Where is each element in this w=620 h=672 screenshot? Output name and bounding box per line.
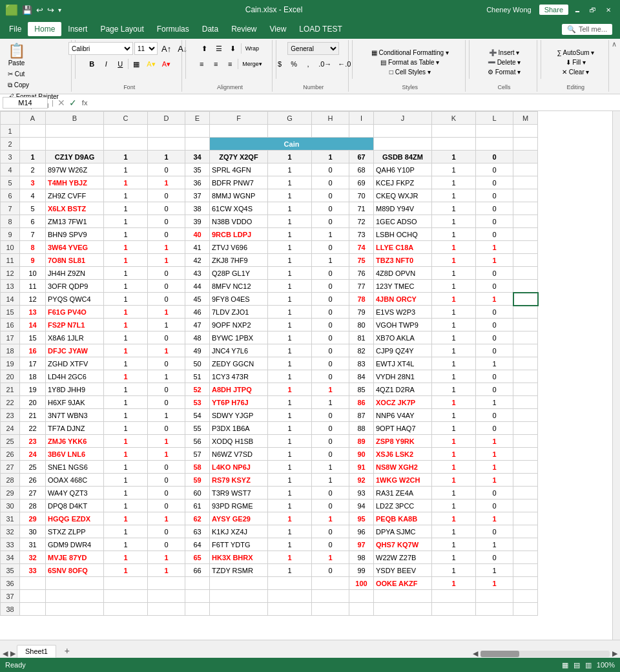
cell-10-E[interactable]: 41 — [185, 241, 210, 254]
cell-5-D[interactable]: 1 — [148, 176, 185, 189]
cell-4-C[interactable]: 1 — [104, 163, 148, 176]
cell-20-C[interactable]: 1 — [104, 370, 148, 383]
cell-15-G[interactable]: 1 — [268, 306, 312, 319]
cell-14-K[interactable]: 1 — [432, 293, 476, 306]
cell-22-B[interactable]: H6XF 9JAK — [46, 396, 104, 409]
cell-37-I[interactable] — [349, 590, 374, 603]
cell-35-M[interactable] — [513, 564, 538, 577]
cell-26-M[interactable] — [513, 448, 538, 461]
cell-25-K[interactable]: 1 — [432, 435, 476, 448]
cell-35-A[interactable]: 33 — [20, 564, 46, 577]
cell-36-M[interactable] — [513, 577, 538, 590]
cell-5-A[interactable]: 3 — [20, 176, 46, 189]
row-num-6[interactable]: 6 — [1, 189, 20, 202]
cell-4-D[interactable]: 0 — [148, 163, 185, 176]
add-sheet-btn[interactable]: + — [60, 644, 74, 658]
align-center-btn[interactable]: ≡ — [209, 58, 222, 70]
cell-25-C[interactable]: 1 — [104, 435, 148, 448]
cell-19-I[interactable]: 83 — [349, 357, 374, 370]
cell-6-F[interactable]: 8MMJ WGNP — [210, 189, 268, 202]
cell-8-F[interactable]: N38B VDDO — [210, 215, 268, 228]
cell-13-A[interactable]: 11 — [20, 280, 46, 293]
cell-20-K[interactable]: 1 — [432, 370, 476, 383]
cell-12-C[interactable]: 1 — [104, 267, 148, 280]
cell-9-D[interactable]: 0 — [148, 228, 185, 241]
cell-6-B[interactable]: ZH9Z CVFF — [46, 189, 104, 202]
cell-5-F[interactable]: BDFR PNW7 — [210, 176, 268, 189]
col-k[interactable]: K — [432, 112, 476, 125]
cell-1-11[interactable] — [476, 125, 513, 138]
percent-btn[interactable]: % — [287, 58, 300, 70]
cell-24-B[interactable]: TF7A DJNZ — [46, 422, 104, 435]
align-bottom-btn[interactable]: ⬇ — [227, 42, 240, 55]
cell-11-H[interactable]: 1 — [312, 254, 349, 267]
cell-32-J[interactable]: DPYA SJMC — [374, 525, 432, 538]
cell-4-E[interactable]: 35 — [185, 163, 210, 176]
cell-11-L[interactable]: 1 — [476, 254, 513, 267]
cell-23-E[interactable]: 54 — [185, 409, 210, 422]
cell-26-E[interactable]: 57 — [185, 448, 210, 461]
cell-4-K[interactable]: 1 — [432, 163, 476, 176]
cell-31-E[interactable]: 62 — [185, 512, 210, 525]
cell-38-C[interactable] — [104, 603, 148, 616]
cell-16-J[interactable]: VGOH TWP9 — [374, 319, 432, 331]
cell-33-C[interactable]: 1 — [104, 538, 148, 551]
cell-5-B[interactable]: T4MH YBJZ — [46, 176, 104, 189]
cell-19-C[interactable]: 1 — [104, 357, 148, 370]
cell-27-E[interactable]: 58 — [185, 461, 210, 474]
border-btn[interactable]: ▦ — [130, 58, 143, 70]
cell-7-L[interactable]: 0 — [476, 202, 513, 215]
col-h[interactable]: H — [312, 112, 349, 125]
col-j[interactable]: J — [374, 112, 432, 125]
cell-14-M[interactable] — [513, 293, 538, 306]
formula-input[interactable] — [90, 98, 617, 108]
cell-35-B[interactable]: 6SNV 8OFQ — [46, 564, 104, 577]
row-num-38[interactable]: 38 — [1, 603, 20, 616]
row-num-12[interactable]: 12 — [1, 267, 20, 280]
cell-25-B[interactable]: ZMJ6 YKK6 — [46, 435, 104, 448]
cell-33-D[interactable]: 0 — [148, 538, 185, 551]
cell-7-M[interactable] — [513, 202, 538, 215]
cell-8-H[interactable]: 0 — [312, 215, 349, 228]
cell-7-H[interactable]: 0 — [312, 202, 349, 215]
cell-25-L[interactable]: 1 — [476, 435, 513, 448]
cell-37-F[interactable] — [210, 590, 268, 603]
row-num-10[interactable]: 10 — [1, 241, 20, 254]
cell-28-M[interactable] — [513, 474, 538, 487]
insert-btn[interactable]: ➕ Insert ▾ — [486, 48, 522, 57]
format-cells-btn[interactable]: ⚙ Format ▾ — [485, 68, 523, 76]
cell-2-A[interactable] — [20, 138, 46, 151]
cell-6-K[interactable]: 1 — [432, 189, 476, 202]
cell-22-F[interactable]: YT6P H76J — [210, 396, 268, 409]
cell-13-I[interactable]: 77 — [349, 280, 374, 293]
cell-38-H[interactable] — [312, 603, 349, 616]
redo-btn[interactable]: ↪ — [47, 5, 54, 15]
cell-23-G[interactable]: 1 — [268, 409, 312, 422]
cell-37-M[interactable] — [513, 590, 538, 603]
cell-1-2[interactable] — [104, 125, 148, 138]
customize-btn[interactable]: ▾ — [58, 6, 61, 14]
cell-9-H[interactable]: 1 — [312, 228, 349, 241]
cell-13-L[interactable]: 0 — [476, 280, 513, 293]
cell-11-E[interactable]: 42 — [185, 254, 210, 267]
cell-35-L[interactable]: 1 — [476, 564, 513, 577]
row-num-32[interactable]: 32 — [1, 525, 20, 538]
cell-36-H[interactable] — [312, 577, 349, 590]
cell-15-B[interactable]: F61G PV4O — [46, 306, 104, 319]
cell-12-J[interactable]: 4Z8D OPVN — [374, 267, 432, 280]
cell-36-D[interactable] — [148, 577, 185, 590]
cell-22-D[interactable]: 0 — [148, 396, 185, 409]
row-num-30[interactable]: 30 — [1, 499, 20, 512]
cell-29-H[interactable]: 0 — [312, 487, 349, 499]
header-cell-I[interactable]: 67 — [349, 151, 374, 163]
cell-37-D[interactable] — [148, 590, 185, 603]
cell-18-G[interactable]: 1 — [268, 344, 312, 357]
cell-30-C[interactable]: 1 — [104, 499, 148, 512]
cell-34-C[interactable]: 1 — [104, 551, 148, 564]
row-num-29[interactable]: 29 — [1, 487, 20, 499]
header-cell-E[interactable]: 34 — [185, 151, 210, 163]
cell-14-F[interactable]: 9FY8 O4ES — [210, 293, 268, 306]
row-num-2[interactable]: 2 — [1, 138, 20, 151]
cell-27-B[interactable]: SNE1 NGS6 — [46, 461, 104, 474]
cell-31-H[interactable]: 1 — [312, 512, 349, 525]
